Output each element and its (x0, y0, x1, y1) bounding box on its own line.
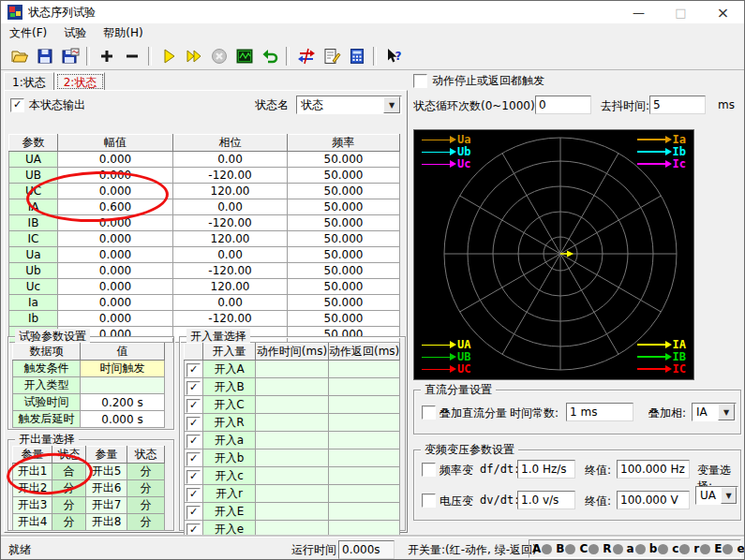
svg-text:?: ? (395, 50, 401, 63)
dc-tc-label: 时间常数: (510, 405, 559, 421)
menu-help[interactable]: 帮助(H) (95, 23, 151, 43)
status-bar: 就绪 运行时间 0.000s 开关量:(红-动作, 绿-返回) A B C R … (1, 537, 744, 560)
waveform-icon[interactable] (231, 44, 257, 68)
phasor-legend-uc: Uc (422, 158, 470, 169)
tab-state-1[interactable]: 1:状态 (4, 72, 54, 91)
close-button[interactable]: × (702, 1, 744, 23)
freq-end-label: 终值: (585, 463, 611, 479)
phasor-legend-UA: UA (422, 339, 470, 350)
test-params-group: 试验参数设置 数据项值 触发条件时间触发 开入类型 试验时间0.200 s 触发… (7, 336, 174, 430)
binary-in-checkbox[interactable]: ✓ (186, 399, 201, 413)
volt-end-input[interactable] (617, 491, 690, 509)
freq-end-input[interactable] (617, 460, 690, 479)
dc-phase-label: 叠加相: (648, 405, 686, 421)
minimize-button[interactable]: — (618, 1, 660, 23)
binary-in-checkbox[interactable]: ✓ (186, 506, 201, 520)
trigger-mode-label: 动作停止或返回都触发 (432, 73, 544, 89)
table-row: Ib0.000-120.0050.000 (9, 311, 400, 327)
dc-tc-input[interactable] (566, 403, 633, 421)
save-icon[interactable] (32, 44, 57, 68)
table-row: ✓开入b (185, 449, 400, 467)
status-ready: 就绪 (8, 542, 31, 558)
table-row: ✓开入C (185, 396, 400, 414)
menu-test[interactable]: 试验 (55, 23, 95, 43)
binary-in-checkbox[interactable]: ✓ (186, 363, 201, 377)
binary-in-checkbox[interactable]: ✓ (186, 470, 201, 484)
chevron-down-icon[interactable]: ▼ (383, 96, 400, 113)
dfdt-label: df/dt: (480, 463, 520, 476)
state-tabs: 1:状态 2:状态 (4, 72, 106, 91)
undo-icon[interactable] (257, 44, 282, 68)
state-name-label: 状态名 (255, 97, 289, 113)
phasor-vector-ia (560, 251, 574, 258)
debounce-label: 去抖时间: (601, 98, 649, 114)
var-select[interactable]: UA ▼ (695, 486, 738, 505)
chevron-down-icon[interactable]: ▼ (718, 404, 735, 420)
debounce-input[interactable] (649, 96, 706, 114)
col-phase: 相位 (173, 135, 288, 152)
tab-state-2[interactable]: 2:状态 (55, 72, 106, 91)
loop-count-label: 状态循环次数(0~1000) (413, 98, 535, 114)
col-amplitude: 幅值 (58, 135, 173, 152)
phasor-legend-ic2: Ic (637, 158, 686, 169)
volt-end-label: 终值: (585, 494, 611, 509)
help-pointer-icon[interactable]: ? (380, 44, 406, 68)
volt-change-checkbox[interactable] (422, 494, 436, 508)
table-row: 触发条件时间触发 (13, 361, 165, 377)
app-window: 状态序列试验 — □ × 文件(F) 试验 帮助(H) ? (0, 0, 745, 560)
dc-phase-select[interactable]: IA ▼ (692, 403, 737, 421)
toolbar: ? (1, 43, 744, 70)
binary-in-checkbox[interactable]: ✓ (186, 452, 201, 466)
open-file-icon[interactable] (7, 44, 32, 68)
output-toggle-icon[interactable] (293, 44, 319, 68)
dc-checkbox[interactable] (422, 405, 436, 420)
dfdt-input[interactable] (517, 460, 575, 479)
stop-icon (206, 44, 231, 68)
binary-in-checkbox[interactable]: ✓ (186, 523, 201, 538)
report-edit-icon[interactable] (319, 44, 344, 68)
chevron-down-icon[interactable]: ▼ (721, 487, 737, 504)
add-state-icon[interactable] (94, 44, 119, 68)
binary-in-checkbox[interactable]: ✓ (186, 381, 201, 395)
table-row: IB0.000-120.0050.000 (9, 215, 400, 231)
binary-in-checkbox[interactable]: ✓ (186, 488, 201, 502)
trigger-mode-checkbox[interactable] (413, 74, 427, 88)
table-row: UA0.0000.0050.000 (9, 152, 400, 168)
state-name-select[interactable]: 状态 ▼ (296, 96, 402, 114)
dc-component-group: 直流分量设置 叠加直流分量 时间常数: 叠加相: IA ▼ (413, 390, 741, 435)
remove-state-icon[interactable] (119, 44, 144, 68)
dvdt-label: dv/dt: (480, 494, 520, 507)
state-output-checkbox[interactable]: ✓ (10, 98, 24, 112)
loop-count-input[interactable] (535, 96, 591, 114)
table-row: UB0.000-120.0050.000 (9, 168, 400, 184)
volt-change-label: 电压变 (440, 494, 473, 509)
indicator-light (613, 544, 623, 554)
indicator-light (565, 544, 575, 554)
toolbar-separator (86, 47, 90, 66)
col-frequency: 频率 (288, 135, 400, 152)
toolbar-separator (373, 47, 377, 66)
binary-in-checkbox[interactable]: ✓ (186, 435, 201, 449)
switch-hint: 开关量:(红-动作, 绿-返回) (408, 542, 537, 558)
freq-change-checkbox[interactable] (422, 463, 436, 477)
dvdt-input[interactable] (517, 491, 575, 509)
menu-file[interactable]: 文件(F) (1, 23, 55, 43)
phasor-legend-IA: IA (637, 339, 686, 350)
run-icon[interactable] (156, 44, 181, 68)
window-title: 状态序列试验 (28, 5, 96, 21)
table-row: UC0.000120.0050.000 (9, 184, 400, 199)
var-freq-volt-group: 变频变压参数设置 频率变 df/dt: 终值: 变量选择: 电压变 dv/dt:… (413, 449, 741, 521)
indicator-e: e (737, 542, 745, 555)
indicator-light (679, 544, 690, 554)
run-continuous-icon[interactable] (181, 44, 206, 68)
indicator-R: R (603, 542, 622, 555)
indicator-C: C (579, 542, 599, 555)
binary-in-checkbox[interactable]: ✓ (186, 417, 201, 431)
calculator-icon[interactable] (344, 44, 369, 68)
indicator-b: b (649, 542, 669, 555)
dc-component-title: 直流分量设置 (421, 382, 496, 398)
maximize-button: □ (660, 1, 702, 23)
save-report-icon[interactable] (57, 44, 82, 68)
table-row: ✓开入R (185, 414, 400, 432)
phasor-legend-ua: Ua (422, 134, 470, 145)
